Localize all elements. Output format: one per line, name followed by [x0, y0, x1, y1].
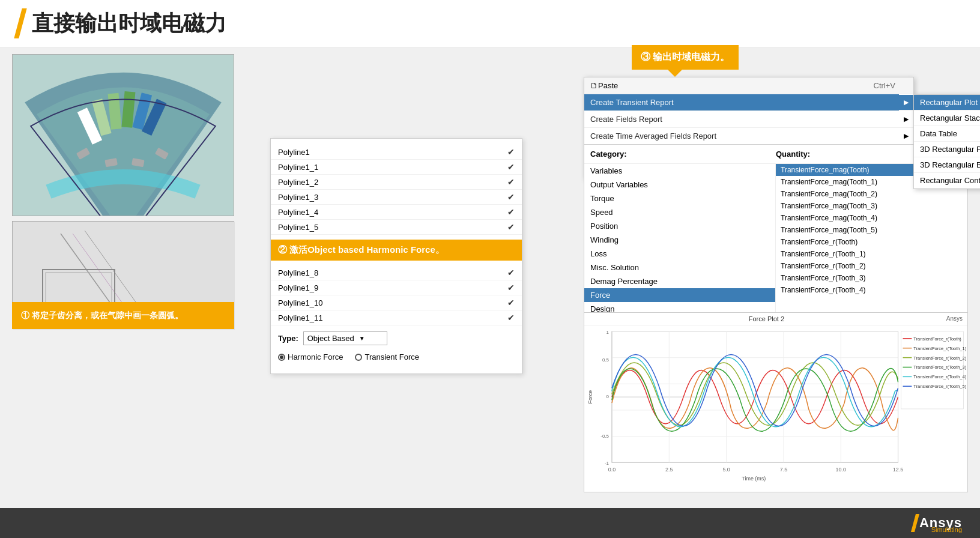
category-item[interactable]: Demag Percentage	[584, 274, 775, 288]
chart-subtitle: Ansys	[946, 315, 963, 322]
category-item[interactable]: Output Variables	[584, 178, 775, 192]
time-avg-arrow-icon: ▶	[899, 128, 913, 144]
polyline-row[interactable]: Polyline1_9 ✔	[271, 280, 522, 295]
paste-shortcut: Ctrl+V	[874, 81, 895, 90]
quantity-item[interactable]: TransientForce_mag(Tooth_2)	[776, 188, 967, 200]
category-item[interactable]: Torque	[584, 192, 775, 205]
category-item[interactable]: Winding	[584, 233, 775, 247]
svg-text:-0.5: -0.5	[600, 434, 609, 439]
polyline-row[interactable]: Polyline1_11 ✔	[271, 310, 522, 325]
polyline-row[interactable]: Polyline1_2 ✔	[271, 175, 522, 190]
polyline-table-group1: Polyline1 ✔Polyline1_1 ✔Polyline1_2 ✔Pol…	[271, 145, 522, 235]
menu-item-create-transient[interactable]: Create Transient Report ▶ Rectangular Pl…	[584, 94, 913, 111]
svg-text:5.0: 5.0	[722, 467, 730, 473]
ansys-sub-text: Simulating	[931, 526, 962, 533]
svg-text:TransientForce_r(Tooth_3): TransientForce_r(Tooth_3)	[913, 364, 966, 370]
polyline-check[interactable]: ✔	[500, 145, 522, 160]
category-label: Category:	[590, 150, 776, 159]
dropdown-arrow-icon: ▼	[359, 335, 365, 342]
polyline-row[interactable]: Polyline1_10 ✔	[271, 295, 522, 310]
quantity-item[interactable]: TransientForce_mag(Tooth_3)	[776, 200, 967, 212]
polyline-row[interactable]: Polyline1_8 ✔	[271, 265, 522, 280]
svg-text:Force: Force	[587, 390, 593, 404]
polyline-check[interactable]: ✔	[500, 280, 522, 295]
callout-arrow-icon	[668, 70, 682, 77]
quantity-item[interactable]: TransientForce_r(Tooth_4)	[776, 284, 967, 296]
quantity-item[interactable]: TransientForce_r(Tooth_3)	[776, 272, 967, 284]
category-item[interactable]: Variables	[584, 164, 775, 178]
polyline-row[interactable]: Polyline1 ✔	[271, 145, 522, 160]
svg-text:Time (ms): Time (ms)	[742, 476, 766, 482]
polyline-check[interactable]: ✔	[500, 160, 522, 175]
polyline-name: Polyline1_1	[271, 160, 500, 175]
submenu-item[interactable]: 3D Rectangular Plot	[914, 142, 980, 157]
polyline-check[interactable]: ✔	[500, 295, 522, 310]
submenu: Rectangular PlotRectangular Stacked Plot…	[913, 94, 980, 189]
polyline-row[interactable]: Polyline1_5 ✔	[271, 220, 522, 235]
page-title: 直接输出时域电磁力	[32, 9, 226, 38]
polyline-check[interactable]: ✔	[500, 190, 522, 205]
type-dropdown[interactable]: Object Based ▼	[303, 331, 387, 345]
polyline-dialog-panel: Polyline1 ✔Polyline1_1 ✔Polyline1_2 ✔Pol…	[270, 138, 522, 374]
type-label: Type:	[278, 334, 298, 343]
submenu-arrow-icon: ▶	[899, 95, 913, 110]
menu-item-create-fields[interactable]: Create Fields Report ▶	[584, 111, 913, 128]
polyline-check[interactable]: ✔	[500, 265, 522, 280]
quantity-item[interactable]: TransientForce_r(Tooth_2)	[776, 260, 967, 272]
svg-text:-1: -1	[605, 461, 609, 466]
submenu-item[interactable]: Rectangular Stacked Plot	[914, 110, 980, 126]
svg-text:2.5: 2.5	[665, 467, 673, 473]
category-item[interactable]: Force	[584, 288, 775, 302]
category-item[interactable]: Misc. Solution	[584, 261, 775, 274]
callout-box: ③ 输出时域电磁力。	[632, 45, 739, 70]
radio-empty-icon	[355, 354, 362, 361]
menu-item-label-time-avg: Create Time Averaged Fields Report	[584, 128, 899, 144]
ansys-slash-icon	[911, 514, 919, 532]
quantity-item[interactable]: TransientForce_r(Tooth_1)	[776, 248, 967, 260]
svg-text:0.0: 0.0	[608, 467, 616, 473]
radio-row: Harmonic Force Transient Force	[278, 352, 515, 361]
quantity-item[interactable]: TransientForce_r(Tooth)	[776, 236, 967, 248]
polyline-check[interactable]: ✔	[500, 175, 522, 190]
radio-harmonic-force[interactable]: Harmonic Force	[278, 352, 343, 361]
polyline-name: Polyline1_2	[271, 175, 500, 190]
svg-text:TransientForce_r(Tooth_1): TransientForce_r(Tooth_1)	[913, 346, 966, 351]
force-chart-panel: Force Plot 2 Ansys	[584, 312, 968, 492]
radio-filled-icon	[278, 354, 285, 361]
polyline-check[interactable]: ✔	[500, 310, 522, 325]
category-item[interactable]: Loss	[584, 247, 775, 261]
paste-icon: 🗋	[590, 81, 598, 90]
menu-item-label-fields: Create Fields Report	[584, 111, 899, 127]
polyline-row[interactable]: Polyline1_4 ✔	[271, 205, 522, 220]
polyline-row[interactable]: Polyline1_1 ✔	[271, 160, 522, 175]
header-slash-icon	[14, 8, 26, 38]
polyline-row[interactable]: Polyline1_3 ✔	[271, 190, 522, 205]
motor-image-top	[12, 54, 234, 216]
type-row: Type: Object Based ▼	[278, 331, 515, 345]
submenu-item[interactable]: Rectangular Plot	[914, 95, 980, 110]
category-item[interactable]: Speed	[584, 205, 775, 219]
polyline-table-group2: Polyline1_8 ✔Polyline1_9 ✔Polyline1_10 ✔…	[271, 265, 522, 325]
category-item[interactable]: Position	[584, 219, 775, 233]
svg-text:7.5: 7.5	[780, 467, 787, 473]
svg-text:0.5: 0.5	[602, 357, 609, 363]
quantity-item[interactable]: TransientForce_mag(Tooth_5)	[776, 224, 967, 236]
menu-item-label-transient: Create Transient Report	[584, 94, 899, 110]
svg-text:1: 1	[606, 330, 609, 335]
menu-item-time-avg[interactable]: Create Time Averaged Fields Report ▶	[584, 128, 913, 145]
paste-label: Paste	[598, 81, 874, 90]
footer: A nsys Simulating	[0, 508, 980, 538]
polyline-name: Polyline1	[271, 145, 500, 160]
polyline-check[interactable]: ✔	[500, 205, 522, 220]
submenu-item[interactable]: 3D Rectangular Bar Plot	[914, 157, 980, 173]
menu-paste-row[interactable]: 🗋 Paste Ctrl+V	[584, 77, 913, 94]
submenu-item[interactable]: Rectangular Contour Plot	[914, 173, 980, 189]
svg-text:0: 0	[606, 394, 609, 399]
polyline-check[interactable]: ✔	[500, 220, 522, 235]
polyline-name: Polyline1_10	[271, 295, 500, 310]
submenu-item[interactable]: Data Table	[914, 126, 980, 142]
radio-transient-force[interactable]: Transient Force	[355, 352, 419, 361]
ansys-logo-text: A	[919, 515, 930, 531]
svg-text:TransientForce_r(Tooth_5): TransientForce_r(Tooth_5)	[913, 384, 966, 389]
quantity-item[interactable]: TransientForce_mag(Tooth_4)	[776, 212, 967, 224]
